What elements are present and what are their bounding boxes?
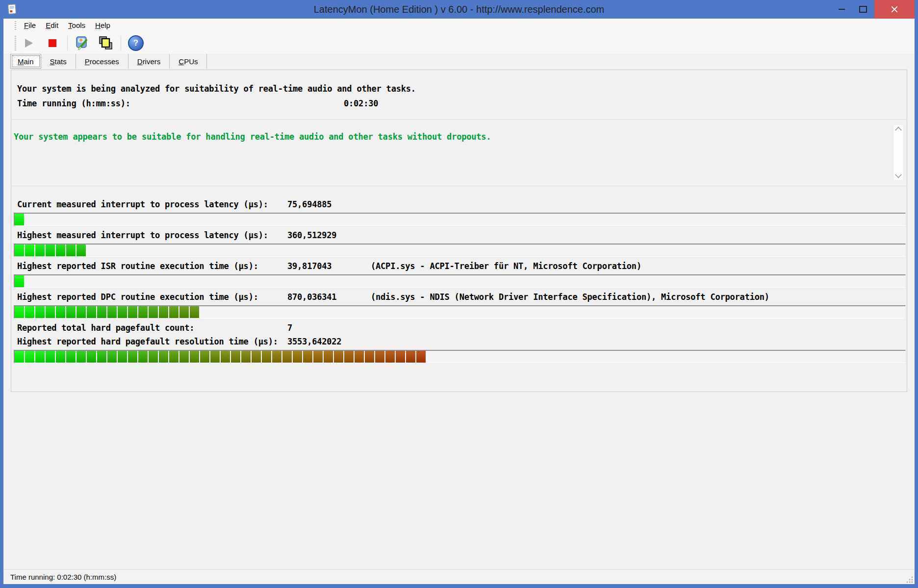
bar-segment <box>15 245 24 256</box>
tab-main[interactable]: Main <box>10 54 41 69</box>
bar-segment <box>97 306 106 318</box>
close-button[interactable] <box>874 0 915 19</box>
bar-segment <box>87 351 96 363</box>
bar-segment <box>87 306 96 318</box>
latency-bar <box>14 244 906 257</box>
verdict-text: Your system appears to be suitable for h… <box>14 132 491 142</box>
stop-icon <box>49 39 56 47</box>
measurement-value: 7 <box>287 323 292 333</box>
minimize-icon <box>839 9 845 10</box>
measurement-row: Highest measured interrupt to process la… <box>11 230 907 257</box>
stop-button[interactable] <box>44 34 61 52</box>
bar-segment <box>385 351 395 363</box>
verdict-box: Your system appears to be suitable for h… <box>11 119 907 186</box>
measurement-value: 360,512929 <box>287 230 336 240</box>
bar-segment <box>179 351 189 363</box>
resize-grip[interactable] <box>906 576 914 583</box>
bar-segment <box>15 306 24 318</box>
title-bar[interactable]: LatencyMon (Home Edition ) v 6.00 - http… <box>0 0 918 19</box>
bar-segment <box>138 351 148 363</box>
menu-item-tools[interactable]: Tools <box>63 20 90 31</box>
bar-segment <box>282 351 292 363</box>
tab-processes[interactable]: Processes <box>76 54 128 69</box>
status-text: Time running: 0:02:30 (h:mm:ss) <box>10 573 116 581</box>
maximize-button[interactable] <box>852 0 874 19</box>
bar-segment <box>76 306 86 318</box>
bar-segment <box>190 306 199 318</box>
bar-segment <box>169 351 178 363</box>
verdict-scrollbar[interactable] <box>894 125 903 180</box>
chevron-up-icon <box>895 126 902 133</box>
bar-segment <box>118 351 127 363</box>
bar-segment <box>56 351 65 363</box>
bar-segment <box>365 351 374 363</box>
bar-segment <box>293 351 302 363</box>
measurement-row: Reported total hard pagefault count:7 <box>11 323 907 333</box>
menu-item-help[interactable]: Help <box>90 20 115 31</box>
bar-segment <box>76 245 86 256</box>
bar-segment <box>35 306 45 318</box>
scroll-down-button[interactable] <box>894 171 903 180</box>
menu-item-edit[interactable]: Edit <box>41 20 63 31</box>
measurement-label: Highest reported hard pagefault resoluti… <box>17 337 278 346</box>
bar-segment <box>107 306 117 318</box>
bar-segment <box>241 351 251 363</box>
bar-segment <box>46 306 55 318</box>
measurement-label: Highest measured interrupt to process la… <box>17 230 268 240</box>
bar-segment <box>262 351 271 363</box>
tab-stats[interactable]: Stats <box>41 54 76 69</box>
analysis-box: Your system is being analyzed for suitab… <box>11 70 907 120</box>
measurement-label: Highest reported DPC routine execution t… <box>17 292 258 302</box>
measurement-value: 870,036341 <box>287 292 336 302</box>
bar-segment <box>118 306 127 318</box>
bar-segment <box>15 351 24 363</box>
bar-segment <box>76 351 86 363</box>
menu-item-file[interactable]: File <box>19 20 41 31</box>
monitor-pen-icon <box>75 35 90 51</box>
menubar-gripper[interactable] <box>15 21 16 30</box>
scroll-up-button[interactable] <box>894 125 903 134</box>
measurement-row: Highest reported hard pagefault resoluti… <box>11 337 907 363</box>
tab-cpus[interactable]: CPUs <box>170 54 207 69</box>
measurement-value: 75,694885 <box>287 199 332 209</box>
help-button[interactable]: ? <box>127 34 145 52</box>
copy-report-button[interactable] <box>97 34 115 52</box>
question-icon: ? <box>128 35 144 51</box>
bar-segment <box>15 214 24 225</box>
play-icon <box>25 39 33 48</box>
measurement-row: Highest reported ISR routine execution t… <box>11 261 907 288</box>
time-running-value: 0:02:30 <box>344 98 378 108</box>
bar-segment <box>128 306 137 318</box>
minimize-button[interactable] <box>830 0 853 19</box>
bar-segment <box>138 306 148 318</box>
bar-segment <box>66 245 76 256</box>
window-title: LatencyMon (Home Edition ) v 6.00 - http… <box>0 0 918 19</box>
tab-drivers[interactable]: Drivers <box>128 54 170 69</box>
status-bar: Time running: 0:02:30 (h:mm:ss) <box>3 569 915 584</box>
bar-segment <box>190 351 199 363</box>
preferences-button[interactable] <box>74 34 91 52</box>
bar-segment <box>313 351 323 363</box>
bar-segment <box>200 351 209 363</box>
bar-segment <box>15 275 24 287</box>
measurements-section: Current measured interrupt to process la… <box>11 193 907 368</box>
bar-segment <box>35 351 45 363</box>
maximize-icon <box>859 6 867 13</box>
start-button[interactable] <box>20 34 38 52</box>
bar-segment <box>272 351 281 363</box>
bar-segment <box>46 351 55 363</box>
bar-segment <box>159 351 168 363</box>
latency-bar <box>14 274 906 288</box>
bar-segment <box>179 306 189 318</box>
measurement-extra: (ndis.sys - NDIS (Network Driver Interfa… <box>371 292 769 302</box>
bar-segment <box>25 245 34 256</box>
time-running-label: Time running (h:mm:ss): <box>17 98 130 108</box>
bar-segment <box>344 351 354 363</box>
bar-segment <box>97 351 106 363</box>
toolbar-gripper[interactable] <box>15 36 16 50</box>
stacked-windows-icon <box>98 35 114 51</box>
bar-segment <box>66 351 76 363</box>
bar-segment <box>107 351 117 363</box>
latency-bar <box>14 213 906 226</box>
toolbar-separator <box>121 36 121 50</box>
